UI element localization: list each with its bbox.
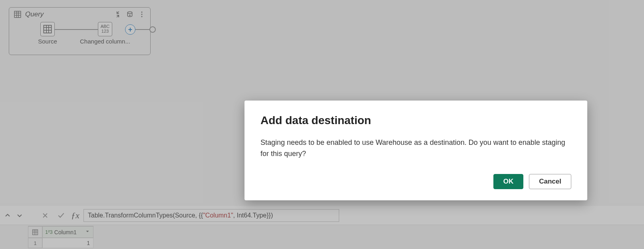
- cancel-button[interactable]: Cancel: [529, 174, 571, 189]
- ok-button[interactable]: OK: [493, 174, 524, 189]
- dialog-body: Staging needs to be enabled to use Wareh…: [260, 137, 571, 160]
- dialog-title: Add data destination: [260, 114, 571, 127]
- add-data-destination-dialog: Add data destination Staging needs to be…: [244, 101, 587, 200]
